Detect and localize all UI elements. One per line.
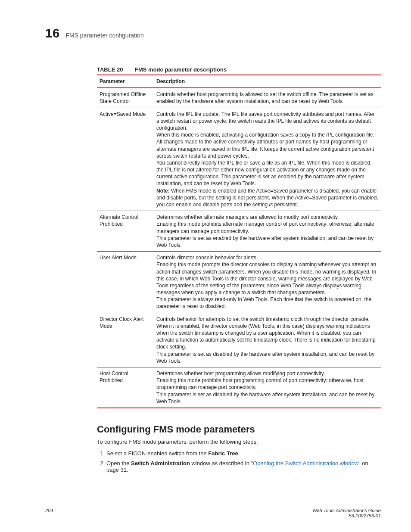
step1-bold: Fabric Tree	[208, 450, 238, 457]
step1-pre: Select a FICON-enabled switch from the	[106, 450, 208, 457]
description-paragraph: When this mode is enabled, activating a …	[156, 131, 378, 159]
step-2: Open the Switch Administration window as…	[106, 460, 381, 473]
description-cell: Controls the IPL file update. The IPL fi…	[154, 108, 381, 211]
description-cell: Controls whether host programming is all…	[154, 88, 381, 108]
description-paragraph: Enabling this mode prompts the director …	[156, 261, 378, 296]
table-label: TABLE 20	[97, 66, 123, 73]
description-paragraph: This parameter is set as disabled by the…	[156, 391, 378, 405]
footer-guide: Web Tools Administrator's Guide	[312, 508, 381, 513]
section-heading: Configuring FMS mode parameters	[97, 424, 381, 435]
table-row: Director Clock Alert ModeControls behavi…	[97, 313, 381, 367]
section-intro: To configure FMS mode parameters, perfor…	[97, 439, 381, 445]
description-cell: Controls director console behavior for a…	[154, 252, 381, 313]
description-paragraph: This parameter is always read-only in We…	[156, 296, 378, 310]
parameter-cell: Host Control Prohibited	[97, 367, 154, 408]
description-paragraph: You cannot directly modify the IPL file …	[156, 159, 378, 187]
page: 16 FMS parameter configuration TABLE 20 …	[0, 0, 411, 532]
page-footer: 204 Web Tools Administrator's Guide 53-1…	[45, 508, 381, 518]
parameter-cell: Alternate Control Prohibited	[97, 211, 154, 252]
note-label: Note:	[156, 188, 170, 194]
col-parameter: Parameter	[97, 75, 154, 88]
description-paragraph: This parameter is set as disabled by the…	[156, 351, 378, 364]
description-cell: Controls behavior for attempts to set th…	[154, 313, 381, 367]
steps-list: Select a FICON-enabled switch from the F…	[97, 450, 381, 473]
col-description: Description	[154, 75, 381, 88]
table-row: Programmed Offline State ControlControls…	[97, 88, 381, 108]
step2-mid: window as described in	[190, 460, 251, 467]
parameter-cell: Active=Saved Mode	[97, 108, 154, 211]
description-cell: Determines whether host programming allo…	[154, 367, 381, 408]
description-paragraph: Note: When FMS mode is enabled and the A…	[156, 187, 378, 208]
description-paragraph: Controls the IPL file update. The IPL fi…	[156, 111, 378, 132]
fms-params-table: Parameter Description Programmed Offline…	[97, 75, 381, 408]
emphasis: is	[269, 202, 273, 208]
description-paragraph: Determines whether alternate managers ar…	[156, 214, 378, 221]
table-row: Alternate Control ProhibitedDetermines w…	[97, 211, 381, 252]
parameter-cell: Programmed Offline State Control	[97, 88, 154, 108]
description-paragraph: This parameter is set as enabled by the …	[156, 235, 378, 249]
table-row: Host Control ProhibitedDetermines whethe…	[97, 367, 381, 408]
table-container: TABLE 20 FMS mode parameter descriptions…	[97, 66, 381, 408]
chapter-title: FMS parameter configuration	[65, 32, 143, 39]
running-header: 16 FMS parameter configuration	[45, 26, 381, 40]
description-paragraph: When it is enabled, the director console…	[156, 323, 378, 351]
description-cell: Determines whether alternate managers ar…	[154, 211, 381, 252]
table-row: User Alert ModeControls director console…	[97, 252, 381, 313]
description-paragraph: Controls director console behavior for a…	[156, 254, 378, 261]
step-1: Select a FICON-enabled switch from the F…	[106, 450, 381, 457]
step1-post: .	[238, 450, 240, 457]
description-paragraph: Determines whether host programming allo…	[156, 370, 378, 377]
page-number: 204	[45, 508, 53, 518]
footer-docnum: 53-1002756-01	[312, 513, 381, 518]
step2-bold: Switch Administration	[131, 460, 190, 467]
step2-link[interactable]: "Opening the Switch Administration windo…	[251, 460, 361, 467]
parameter-cell: User Alert Mode	[97, 252, 154, 313]
description-paragraph: Controls whether host programming is all…	[156, 91, 378, 105]
step2-pre: Open the	[106, 460, 131, 467]
description-paragraph: Controls behavior for attempts to set th…	[156, 316, 378, 323]
table-title: FMS mode parameter descriptions	[135, 66, 227, 73]
chapter-number: 16	[45, 26, 59, 40]
table-row: Active=Saved ModeControls the IPL file u…	[97, 108, 381, 211]
description-paragraph: Enabling this mode prohibits alternate m…	[156, 221, 378, 234]
table-caption: TABLE 20 FMS mode parameter descriptions	[97, 66, 381, 73]
parameter-cell: Director Clock Alert Mode	[97, 313, 154, 367]
description-paragraph: Enabling this mode prohibits host progra…	[156, 377, 378, 391]
